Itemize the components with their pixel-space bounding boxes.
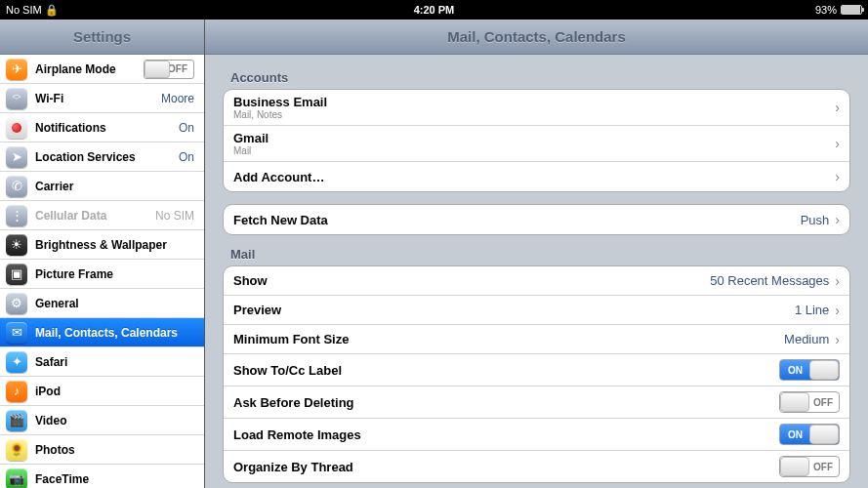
sidebar-item-mail-contacts-calendars[interactable]: ✉Mail, Contacts, Calendars xyxy=(0,318,204,347)
sidebar-item-carrier[interactable]: ✆Carrier xyxy=(0,172,204,201)
mail-icon: ✉ xyxy=(6,322,27,344)
sidebar-item-photos[interactable]: 🌻Photos xyxy=(0,435,204,465)
lock-icon: 🔒 xyxy=(45,4,59,16)
settings-sidebar: Settings ✈Airplane ModeOFF⌔Wi-FiMooreNot… xyxy=(0,20,205,488)
carrier-icon: ✆ xyxy=(6,176,27,197)
battery-icon xyxy=(841,5,862,15)
toggle-switch[interactable]: ON xyxy=(779,424,840,445)
ipod-icon: ♪ xyxy=(6,381,27,402)
settings-row[interactable]: Minimum Font SizeMedium› xyxy=(224,325,849,354)
section-mail-label: Mail xyxy=(230,247,850,262)
row-value: Push xyxy=(801,213,830,227)
picture-frame-icon: ▣ xyxy=(6,264,27,285)
chevron-right-icon: › xyxy=(835,170,840,183)
sidebar-item-safari[interactable]: ✦Safari xyxy=(0,347,204,377)
location-icon: ➤ xyxy=(6,146,27,168)
sidebar-item-value: No SIM xyxy=(155,209,194,223)
sidebar-item-ipod[interactable]: ♪iPod xyxy=(0,377,204,406)
wifi-icon: ⌔ xyxy=(6,88,27,109)
settings-row[interactable]: Load Remote ImagesON xyxy=(224,419,849,451)
row-label: Add Account… xyxy=(233,170,835,184)
brightness-icon: ☀ xyxy=(6,234,27,256)
toggle-switch[interactable]: OFF xyxy=(779,456,840,477)
row-label: Load Remote Images xyxy=(233,427,779,442)
toggle-switch[interactable]: OFF xyxy=(779,391,840,413)
account-row[interactable]: Business EmailMail, Notes› xyxy=(224,90,849,126)
sidebar-item-picture-frame[interactable]: ▣Picture Frame xyxy=(0,260,204,289)
sidebar-item-label: Airplane Mode xyxy=(35,62,144,76)
sidebar-item-label: iPod xyxy=(35,385,194,398)
chevron-right-icon: › xyxy=(835,333,840,346)
sidebar-item-label: Picture Frame xyxy=(35,267,194,281)
settings-row[interactable]: Organize By ThreadOFF xyxy=(224,451,849,482)
row-label: Minimum Font Size xyxy=(233,332,784,346)
sidebar-item-label: Brightness & Wallpaper xyxy=(35,238,194,252)
sidebar-item-label: Video xyxy=(35,414,194,427)
sidebar-item-label: General xyxy=(35,297,194,310)
settings-row[interactable]: Show To/Cc LabelON xyxy=(224,354,849,386)
sidebar-item-label: Photos xyxy=(35,443,194,457)
sidebar-item-general[interactable]: ⚙General xyxy=(0,289,204,318)
section-accounts-label: Accounts xyxy=(230,70,850,85)
account-row[interactable]: GmailMail› xyxy=(224,126,849,162)
row-label: Show xyxy=(233,273,710,288)
status-bar: No SIM 🔒 4:20 PM 93% xyxy=(0,0,868,20)
sidebar-item-label: Carrier xyxy=(35,180,190,193)
sidebar-item-label: Location Services xyxy=(35,150,175,164)
account-row[interactable]: Add Account…› xyxy=(224,162,849,191)
video-icon: 🎬 xyxy=(6,410,27,431)
chevron-right-icon: › xyxy=(835,101,840,114)
row-label: Show To/Cc Label xyxy=(233,363,779,378)
sidebar-item-facetime[interactable]: 📷FaceTime xyxy=(0,465,204,488)
sidebar-item-video[interactable]: 🎬Video xyxy=(0,406,204,435)
row-value: 50 Recent Messages xyxy=(710,273,829,288)
row-fetch-new-data[interactable]: Fetch New Data Push › xyxy=(224,205,849,234)
row-sublabel: Mail xyxy=(233,145,835,156)
general-icon: ⚙ xyxy=(6,293,27,314)
sidebar-item-label: Notifications xyxy=(35,121,175,135)
row-label: Fetch New Data xyxy=(233,213,801,227)
row-label: Organize By Thread xyxy=(233,460,779,474)
safari-icon: ✦ xyxy=(6,351,27,373)
row-sublabel: Mail, Notes xyxy=(233,109,835,120)
sidebar-item-label: FaceTime xyxy=(35,472,194,486)
sidebar-item-wi-fi[interactable]: ⌔Wi-FiMoore xyxy=(0,84,204,113)
row-label: Preview xyxy=(233,303,795,317)
settings-row[interactable]: Preview1 Line› xyxy=(224,296,849,325)
row-value: Medium xyxy=(784,332,829,346)
toggle-switch[interactable]: ON xyxy=(779,359,840,381)
sidebar-item-brightness-wallpaper[interactable]: ☀Brightness & Wallpaper xyxy=(0,230,204,260)
carrier-status: No SIM xyxy=(6,4,42,16)
detail-panel: Mail, Contacts, Calendars Accounts Busin… xyxy=(205,20,868,488)
airplane-icon: ✈ xyxy=(6,59,27,80)
airplane-toggle[interactable]: OFF xyxy=(144,60,194,79)
settings-row[interactable]: Ask Before DeletingOFF xyxy=(224,386,849,419)
accounts-group: Business EmailMail, Notes›GmailMail›Add … xyxy=(223,89,850,192)
sidebar-item-label: Mail, Contacts, Calendars xyxy=(35,326,194,340)
row-label: Gmail xyxy=(233,131,835,145)
chevron-right-icon: › xyxy=(835,304,840,317)
cellular-icon: ⋮ xyxy=(6,205,27,226)
mail-group: Show50 Recent Messages›Preview1 Line›Min… xyxy=(223,265,850,483)
notifications-icon xyxy=(6,117,27,139)
sidebar-item-location-services[interactable]: ➤Location ServicesOn xyxy=(0,142,204,172)
sidebar-item-value: On xyxy=(179,121,194,135)
status-time: 4:20 PM xyxy=(414,4,455,16)
sidebar-item-value: On xyxy=(179,150,194,164)
fetch-group: Fetch New Data Push › xyxy=(223,204,850,235)
sidebar-item-cellular-data[interactable]: ⋮Cellular DataNo SIM xyxy=(0,201,204,230)
facetime-icon: 📷 xyxy=(6,468,27,489)
detail-title: Mail, Contacts, Calendars xyxy=(205,20,868,55)
row-label: Ask Before Deleting xyxy=(233,395,779,410)
sidebar-item-label: Cellular Data xyxy=(35,209,151,223)
settings-row[interactable]: Show50 Recent Messages› xyxy=(224,266,849,296)
chevron-right-icon: › xyxy=(835,213,840,226)
sidebar-item-airplane-mode[interactable]: ✈Airplane ModeOFF xyxy=(0,55,204,84)
sidebar-item-label: Safari xyxy=(35,355,194,369)
chevron-right-icon: › xyxy=(835,137,840,150)
row-value: 1 Line xyxy=(795,303,829,317)
photos-icon: 🌻 xyxy=(6,439,27,461)
sidebar-title: Settings xyxy=(0,20,204,55)
sidebar-item-notifications[interactable]: NotificationsOn xyxy=(0,113,204,142)
sidebar-item-value: Moore xyxy=(161,92,194,105)
